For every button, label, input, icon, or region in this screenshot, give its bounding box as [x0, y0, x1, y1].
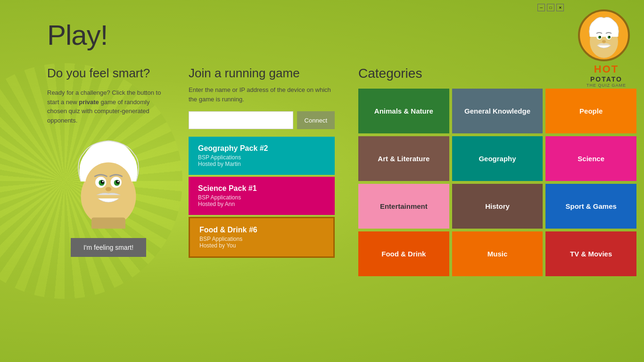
game-name: Science Pack #1 [198, 184, 325, 193]
game-developer: BSP Applications [199, 236, 324, 242]
window-controls: ─ □ ✕ [537, 4, 564, 11]
game-host: Hosted by Ann [198, 201, 325, 207]
left-panel-description: Ready for a challenge? Click the button … [47, 88, 170, 125]
game-host: Hosted by Martin [198, 161, 325, 167]
maximize-button[interactable]: □ [547, 4, 554, 11]
svg-point-7 [602, 40, 606, 43]
logo-image [578, 9, 630, 61]
left-panel: Do you feel smart? Ready for a challenge… [47, 66, 170, 257]
svg-point-17 [117, 181, 119, 182]
svg-point-6 [609, 36, 611, 37]
join-game-description: Enter the name or IP address of the devi… [189, 85, 335, 104]
category-geography[interactable]: Geography [452, 136, 543, 181]
minimize-button[interactable]: ─ [537, 4, 545, 11]
category-tv-movies[interactable]: TV & Movies [545, 231, 636, 276]
feeling-smart-button[interactable]: I'm feeling smart! [71, 238, 146, 257]
connect-row: Connect [189, 111, 335, 129]
description-bold: private [79, 99, 99, 106]
game-item[interactable]: Science Pack #1 BSP Applications Hosted … [189, 177, 335, 215]
category-food-drink[interactable]: Food & Drink [358, 231, 449, 276]
page-title: Play! [47, 19, 107, 51]
category-people[interactable]: People [545, 89, 636, 133]
ip-address-input[interactable] [189, 111, 293, 129]
category-sport-games[interactable]: Sport & Games [545, 184, 636, 229]
game-item[interactable]: Food & Drink #6 BSP Applications Hosted … [189, 217, 335, 258]
category-art-literature[interactable]: Art & Literature [358, 136, 449, 181]
svg-rect-19 [91, 218, 125, 229]
category-science[interactable]: Science [545, 136, 636, 181]
mascot-illustration [66, 134, 151, 229]
svg-point-18 [106, 187, 112, 191]
game-developer: BSP Applications [198, 154, 325, 161]
game-name: Geography Pack #2 [198, 144, 325, 153]
category-general-knowledge[interactable]: General Knowledge [452, 89, 543, 133]
game-item[interactable]: Geography Pack #2 BSP Applications Hoste… [189, 137, 335, 175]
svg-point-5 [600, 36, 601, 37]
close-button[interactable]: ✕ [556, 4, 564, 11]
svg-point-16 [102, 181, 104, 182]
game-developer: BSP Applications [198, 194, 325, 201]
left-panel-heading: Do you feel smart? [47, 66, 170, 81]
category-animals-nature[interactable]: Animals & Nature [358, 89, 449, 133]
middle-panel: Join a running game Enter the name or IP… [189, 66, 335, 260]
category-music[interactable]: Music [452, 231, 543, 276]
categories-heading: Categories [358, 66, 636, 81]
join-game-heading: Join a running game [189, 66, 335, 81]
game-host: Hosted by You [199, 242, 324, 249]
category-entertainment[interactable]: Entertainment [358, 184, 449, 229]
game-list: Geography Pack #2 BSP Applications Hoste… [189, 137, 335, 260]
category-history[interactable]: History [452, 184, 543, 229]
categories-panel: Categories Animals & Nature General Know… [358, 66, 636, 276]
categories-grid: Animals & Nature General Knowledge Peopl… [358, 89, 636, 276]
connect-button[interactable]: Connect [297, 111, 335, 129]
game-name: Food & Drink #6 [199, 226, 324, 234]
